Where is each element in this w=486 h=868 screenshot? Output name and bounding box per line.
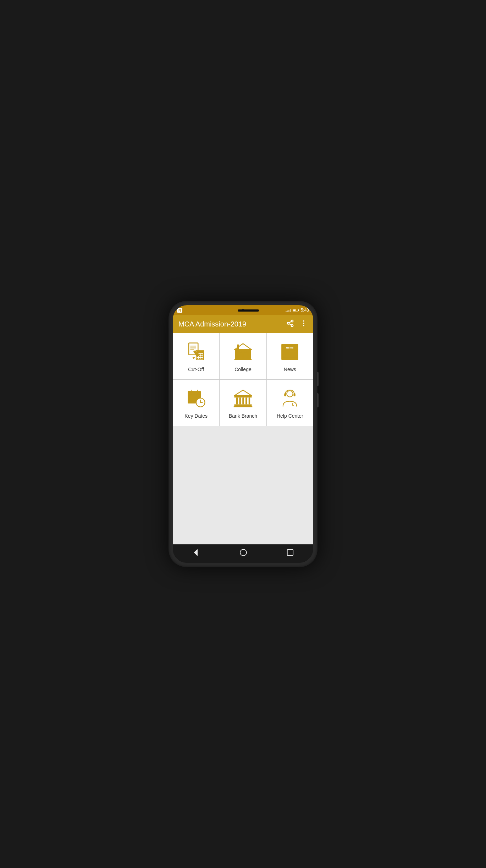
college-label: College [234,367,251,372]
college-icon [232,340,254,363]
svg-rect-61 [239,397,241,404]
menu-item-key-dates[interactable]: Key Dates [173,380,219,426]
svg-rect-33 [239,351,242,353]
svg-point-6 [303,323,304,324]
menu-item-bank-branch[interactable]: Bank Branch [220,380,266,426]
menu-item-news[interactable]: NEWS News [267,333,313,379]
svg-rect-65 [234,405,252,406]
carrier-icon: N [177,308,182,313]
svg-rect-62 [242,397,244,404]
svg-rect-15 [197,351,203,353]
key-dates-icon [185,387,208,410]
menu-item-college[interactable]: College [220,333,266,379]
svg-rect-72 [287,550,293,556]
svg-rect-20 [199,356,200,357]
speaker [238,309,259,312]
svg-line-4 [289,322,291,323]
signal-icon [286,308,291,312]
svg-rect-64 [249,397,250,404]
svg-rect-36 [242,345,243,349]
svg-rect-35 [237,345,239,349]
svg-marker-13 [192,357,195,359]
key-dates-label: Key Dates [184,413,208,419]
svg-rect-68 [285,393,286,396]
svg-rect-69 [294,393,296,396]
nav-recent-button[interactable] [286,549,294,559]
content-area: Cut-Off [173,333,313,544]
svg-marker-58 [234,390,252,396]
svg-rect-24 [201,358,203,359]
svg-rect-23 [199,358,200,359]
menu-grid: Cut-Off [173,333,313,426]
svg-rect-47 [188,391,200,395]
svg-rect-19 [197,356,198,357]
menu-item-cut-off[interactable]: Cut-Off [173,333,219,379]
status-time: 5:43 [301,308,309,313]
nav-bar [173,544,313,563]
status-bar-left: N [177,308,182,313]
cut-off-icon [185,340,208,363]
phone-screen: N ⚡ 5:43 MCA Admission-2019 [173,305,313,563]
cut-off-label: Cut-Off [188,367,204,372]
help-center-label: Help Center [277,413,303,419]
news-label: News [284,367,296,372]
status-bar-right: ⚡ 5:43 [286,308,309,313]
help-center-icon [278,387,301,410]
svg-rect-17 [199,354,200,356]
svg-rect-40 [283,351,289,355]
svg-rect-18 [201,354,203,356]
nav-home-button[interactable] [239,548,248,559]
share-button[interactable] [286,319,294,329]
svg-rect-34 [244,351,247,353]
menu-item-help-center[interactable]: Help Center [267,380,313,426]
app-bar: MCA Admission-2019 [173,315,313,333]
svg-rect-63 [245,397,247,404]
svg-point-71 [240,549,247,556]
app-title: MCA Admission-2019 [178,320,246,328]
svg-rect-21 [201,356,203,357]
app-bar-actions [286,319,308,329]
battery-icon: ⚡ [293,309,299,312]
side-button-1 [317,372,319,386]
bank-branch-label: Bank Branch [229,413,257,419]
svg-point-67 [287,391,293,397]
svg-rect-66 [234,406,253,407]
more-options-button[interactable] [300,319,308,329]
empty-content-area [173,426,313,497]
phone-frame: N ⚡ 5:43 MCA Admission-2019 [169,301,317,567]
svg-text:NEWS: NEWS [286,346,294,349]
svg-point-7 [303,325,304,326]
svg-marker-70 [194,550,197,555]
svg-rect-22 [197,358,198,359]
bank-branch-icon [232,387,254,410]
svg-line-3 [289,324,291,325]
svg-rect-60 [236,397,238,404]
side-button-2 [317,393,319,407]
svg-rect-16 [197,354,198,356]
svg-rect-59 [234,396,252,397]
news-icon: NEWS [278,340,301,363]
svg-point-5 [303,320,304,322]
nav-back-button[interactable] [192,548,200,559]
